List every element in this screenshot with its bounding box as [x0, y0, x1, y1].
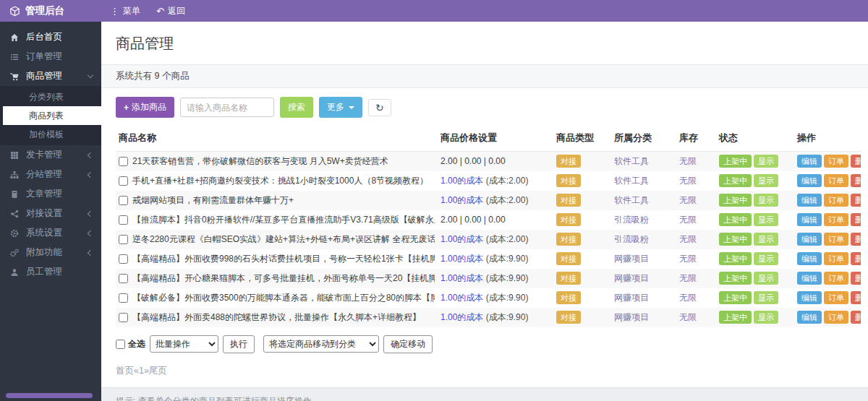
category-link[interactable]: 网赚项目 [614, 273, 649, 283]
order-button[interactable]: 订单 [824, 174, 848, 187]
order-button[interactable]: 订单 [824, 233, 848, 246]
on-shelf-button[interactable]: 上架中 [719, 155, 752, 168]
more-button[interactable]: 更多 [319, 97, 362, 118]
row-checkbox[interactable] [119, 293, 128, 303]
row-checkbox[interactable] [119, 313, 128, 322]
price-value[interactable]: 1.00的成本 [441, 273, 483, 283]
row-checkbox[interactable] [119, 196, 128, 205]
order-button[interactable]: 订单 [824, 194, 848, 207]
order-button[interactable]: 订单 [824, 291, 848, 304]
sidebar-item-staff[interactable]: 员工管理 [0, 262, 101, 282]
edit-button[interactable]: 编辑 [797, 233, 822, 246]
select-all[interactable]: 全选 [116, 338, 145, 350]
delete-button[interactable]: 删除 [851, 174, 861, 187]
price-value[interactable]: 1.00的成本 [441, 293, 483, 303]
category-link[interactable]: 网赚项目 [614, 312, 649, 322]
on-shelf-button[interactable]: 上架中 [719, 272, 752, 285]
page-next-link[interactable]: » [144, 366, 149, 376]
row-checkbox[interactable] [119, 274, 128, 283]
order-button[interactable]: 订单 [824, 155, 848, 168]
edit-button[interactable]: 编辑 [797, 311, 822, 324]
on-shelf-button[interactable]: 上架中 [719, 213, 752, 226]
show-button[interactable]: 显示 [754, 155, 778, 168]
on-shelf-button[interactable]: 上架中 [719, 311, 752, 324]
delete-button[interactable]: 删除 [851, 291, 861, 304]
page-first-link[interactable]: 首页 [116, 365, 134, 377]
search-button[interactable]: 搜索 [280, 97, 313, 118]
on-shelf-button[interactable]: 上架中 [719, 252, 752, 265]
sidebar-item-system-settings[interactable]: 系统设置 [0, 223, 101, 243]
page-current[interactable]: 1 [139, 366, 144, 376]
batch-action-select[interactable]: 批量操作 [150, 335, 218, 353]
select-all-checkbox[interactable] [116, 340, 125, 349]
edit-button[interactable]: 编辑 [797, 155, 822, 168]
sidebar-item-category-list[interactable]: 分类列表 [0, 87, 101, 106]
price-value[interactable]: 1.00的成本 [441, 176, 483, 186]
menu-toggle[interactable]: ⋮ 菜单 [110, 5, 140, 17]
delete-button[interactable]: 删除 [851, 194, 861, 207]
category-link[interactable]: 软件工具 [614, 176, 649, 186]
price-value[interactable]: 1.00的成本 [441, 254, 483, 264]
edit-button[interactable]: 编辑 [797, 291, 822, 304]
confirm-move-button[interactable]: 确定移动 [383, 335, 433, 353]
delete-button[interactable]: 删除 [851, 233, 861, 246]
edit-button[interactable]: 编辑 [797, 194, 822, 207]
on-shelf-button[interactable]: 上架中 [719, 174, 752, 187]
row-checkbox[interactable] [119, 215, 128, 225]
delete-button[interactable]: 删除 [851, 272, 861, 285]
order-button[interactable]: 订单 [824, 311, 848, 324]
price-value[interactable]: 1.00的成本 [441, 234, 483, 244]
sidebar-item-card-management[interactable]: 发卡管理 [0, 145, 101, 165]
page-last-link[interactable]: 尾页 [149, 365, 167, 377]
on-shelf-button[interactable]: 上架中 [719, 233, 752, 246]
show-button[interactable]: 显示 [754, 233, 778, 246]
category-link[interactable]: 软件工具 [614, 156, 649, 166]
on-shelf-button[interactable]: 上架中 [719, 194, 752, 207]
refresh-button[interactable]: ↻ [368, 99, 391, 116]
sidebar-item-home[interactable]: 后台首页 [0, 27, 101, 47]
sidebar-item-product-list[interactable]: 商品列表 [0, 106, 101, 125]
show-button[interactable]: 显示 [754, 272, 778, 285]
category-link[interactable]: 软件工具 [614, 195, 649, 205]
category-link[interactable]: 引流吸粉 [614, 215, 649, 225]
sidebar-item-addons[interactable]: 附加功能 [0, 243, 101, 262]
price-value[interactable]: 1.00的成本 [441, 312, 483, 322]
delete-button[interactable]: 删除 [851, 252, 861, 265]
category-link[interactable]: 网赚项目 [614, 293, 649, 303]
show-button[interactable]: 显示 [754, 194, 778, 207]
sidebar-item-substation[interactable]: 分站管理 [0, 165, 101, 184]
edit-button[interactable]: 编辑 [797, 272, 822, 285]
on-shelf-button[interactable]: 上架中 [719, 291, 752, 304]
order-button[interactable]: 订单 [824, 252, 848, 265]
sidebar-item-markup-template[interactable]: 加价模板 [0, 125, 101, 144]
sidebar-item-articles[interactable]: 文章管理 [0, 184, 101, 204]
show-button[interactable]: 显示 [754, 252, 778, 265]
sidebar-scrollbar[interactable] [6, 393, 93, 398]
show-button[interactable]: 显示 [754, 311, 778, 324]
show-button[interactable]: 显示 [754, 291, 778, 304]
order-button[interactable]: 订单 [824, 213, 848, 226]
add-product-button[interactable]: + 添加商品 [116, 97, 174, 118]
show-button[interactable]: 显示 [754, 213, 778, 226]
row-checkbox[interactable] [119, 254, 128, 264]
move-category-select[interactable]: 将选定商品移动到分类 [263, 335, 379, 353]
sidebar-item-products[interactable]: 商品管理 [0, 66, 101, 86]
product-search-input[interactable] [180, 98, 274, 117]
show-button[interactable]: 显示 [754, 174, 778, 187]
sidebar-item-docking-settings[interactable]: 对接设置 [0, 204, 101, 223]
order-button[interactable]: 订单 [824, 272, 848, 285]
edit-button[interactable]: 编辑 [797, 174, 822, 187]
price-value[interactable]: 1.00的成本 [441, 195, 483, 205]
delete-button[interactable]: 删除 [851, 155, 861, 168]
edit-button[interactable]: 编辑 [797, 213, 822, 226]
edit-button[interactable]: 编辑 [797, 252, 822, 265]
row-checkbox[interactable] [119, 176, 128, 186]
category-link[interactable]: 引流吸粉 [614, 234, 649, 244]
run-button[interactable]: 执行 [223, 335, 255, 353]
page-prev-link[interactable]: « [134, 366, 139, 376]
sidebar-item-orders[interactable]: 订单管理 [0, 47, 101, 66]
row-checkbox[interactable] [119, 157, 128, 166]
row-checkbox[interactable] [119, 235, 128, 244]
category-link[interactable]: 网赚项目 [614, 254, 649, 264]
back-link[interactable]: ↶ 返回 [156, 5, 185, 17]
